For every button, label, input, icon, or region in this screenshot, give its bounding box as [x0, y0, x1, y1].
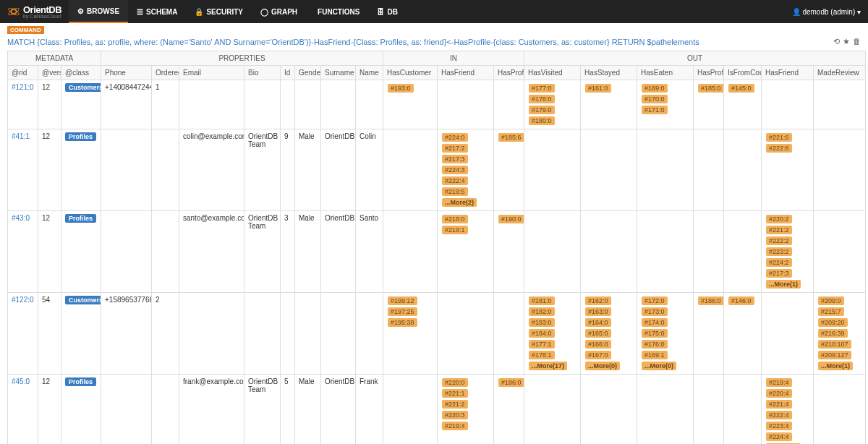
link-badge[interactable]: #219:5	[442, 187, 468, 196]
nav-schema[interactable]: ☰SCHEMA	[128, 0, 186, 23]
link-badge[interactable]: #178:0	[529, 95, 555, 103]
link-badge[interactable]: #180:0	[529, 116, 555, 125]
class-badge[interactable]: Profiles	[65, 214, 96, 223]
col-id[interactable]: Id	[281, 66, 295, 80]
link-badge[interactable]: #222:4	[766, 411, 792, 419]
link-badge[interactable]: #174:0	[642, 318, 668, 327]
user-menu[interactable]: 👤 demodb (admin) ▾	[792, 8, 861, 16]
link-badge[interactable]: #221:4	[766, 400, 792, 409]
link-badge[interactable]: #171:0	[642, 106, 668, 114]
link-badge[interactable]: #197:25	[388, 307, 417, 316]
link-badge[interactable]: #169:1	[642, 351, 668, 359]
link-badge[interactable]: #175:0	[642, 329, 668, 338]
link-badge[interactable]: #164:0	[585, 318, 611, 327]
link-badge[interactable]: #219:4	[766, 378, 792, 387]
link-badge[interactable]: #224:4	[766, 432, 792, 441]
class-badge[interactable]: Customers	[65, 296, 101, 304]
col-class[interactable]: @class	[61, 66, 101, 80]
more-badge[interactable]: ...More(1)	[818, 362, 853, 370]
delete-icon[interactable]: 🗑	[853, 37, 861, 46]
link-badge[interactable]: #221:2	[442, 400, 468, 409]
nav-security[interactable]: 🔒SECURITY	[186, 0, 252, 23]
link-badge[interactable]: #209:127	[818, 351, 851, 359]
link-badge[interactable]: #209:20	[818, 318, 848, 327]
link-badge[interactable]: #186:0	[698, 296, 724, 305]
link-badge[interactable]: #216:39	[818, 329, 848, 338]
link-badge[interactable]: #145:0	[728, 84, 754, 93]
link-badge[interactable]: #176:0	[642, 340, 668, 349]
link-badge[interactable]: #221:1	[442, 389, 468, 398]
link-badge[interactable]: #146:0	[728, 296, 754, 305]
bookmark-icon[interactable]: ★	[843, 37, 850, 46]
nav-functions[interactable]: FUNCTIONS	[306, 0, 368, 23]
more-badge[interactable]: ...More(2)	[442, 198, 477, 207]
link-badge[interactable]: #173:0	[642, 307, 668, 316]
col-hasvisited[interactable]: HasVisited	[524, 66, 581, 80]
col-isfromcountry[interactable]: IsFromCountry	[724, 66, 762, 80]
link-badge[interactable]: #170:0	[642, 95, 668, 103]
link-badge[interactable]: #220:3	[442, 411, 468, 419]
link-badge[interactable]: #182:0	[529, 307, 555, 316]
link-badge[interactable]: #185:6	[498, 133, 524, 142]
link-badge[interactable]: #209:0	[818, 296, 844, 305]
link-badge[interactable]: #165:0	[585, 329, 611, 338]
link-badge[interactable]: #169:0	[642, 84, 668, 93]
link-badge[interactable]: #217:3	[442, 155, 468, 163]
class-badge[interactable]: Profiles	[65, 132, 96, 141]
link-badge[interactable]: #190:0	[498, 215, 524, 223]
link-badge[interactable]: #193:0	[388, 84, 414, 93]
link-badge[interactable]: #184:0	[529, 329, 555, 338]
link-badge[interactable]: #162:0	[585, 296, 611, 305]
class-badge[interactable]: Profiles	[65, 377, 96, 386]
link-badge[interactable]: #186:0	[498, 378, 524, 387]
link-badge[interactable]: #178:1	[529, 351, 555, 359]
link-badge[interactable]: #219:4	[442, 422, 468, 430]
link-badge[interactable]: #163:0	[585, 307, 611, 316]
col-hascustomer[interactable]: HasCustomer	[383, 66, 438, 80]
rid-link[interactable]: #43:0	[12, 214, 30, 222]
col-madereview[interactable]: MadeReview	[814, 66, 866, 80]
query-text[interactable]: MATCH {Class: Profiles, as: profile, whe…	[7, 38, 699, 46]
col-name[interactable]: Name	[356, 66, 383, 80]
link-badge[interactable]: #223:4	[766, 422, 792, 430]
link-badge[interactable]: #221:2	[766, 226, 792, 234]
link-badge[interactable]: #217:2	[442, 144, 468, 153]
link-badge[interactable]: #220:4	[766, 389, 792, 398]
link-badge[interactable]: #219:1	[442, 226, 468, 234]
col-in-hasfriend[interactable]: HasFriend	[438, 66, 494, 80]
col-surname[interactable]: Surname	[321, 66, 356, 80]
class-badge[interactable]: Customers	[65, 83, 101, 92]
rid-link[interactable]: #122:0	[12, 296, 34, 304]
link-badge[interactable]: #185:0	[698, 84, 724, 93]
link-badge[interactable]: #224:0	[442, 133, 468, 142]
link-badge[interactable]: #222:4	[442, 176, 468, 185]
refresh-icon[interactable]: ⟲	[833, 37, 840, 46]
link-badge[interactable]: #224:2	[766, 258, 792, 267]
link-badge[interactable]: #222:6	[766, 144, 792, 153]
link-badge[interactable]: #161:0	[585, 84, 611, 93]
nav-graph[interactable]: ◯GRAPH	[252, 0, 306, 23]
rid-link[interactable]: #45:0	[12, 377, 30, 385]
col-email[interactable]: Email	[179, 66, 244, 80]
col-bio[interactable]: Bio	[244, 66, 281, 80]
link-badge[interactable]: #183:0	[529, 318, 555, 327]
link-badge[interactable]: #167:0	[585, 351, 611, 359]
more-badge[interactable]: ...More(1)	[766, 280, 801, 289]
link-badge[interactable]: #220:0	[442, 378, 468, 387]
col-out-hasfriend[interactable]: HasFriend	[762, 66, 814, 80]
link-badge[interactable]: #217:3	[766, 269, 792, 278]
link-badge[interactable]: #166:0	[585, 340, 611, 349]
nav-db[interactable]: 🗄DB	[368, 0, 406, 23]
link-badge[interactable]: #222:2	[766, 236, 792, 245]
more-badge[interactable]: ...More(17)	[529, 362, 567, 370]
link-badge[interactable]: #199:12	[388, 296, 417, 305]
link-badge[interactable]: #177:1	[529, 340, 555, 349]
link-badge[interactable]: #179:0	[529, 106, 555, 114]
col-haseaten[interactable]: HasEaten	[637, 66, 694, 80]
more-badge[interactable]: ...More(0)	[642, 362, 676, 370]
link-badge[interactable]: #177:0	[529, 84, 555, 93]
rid-link[interactable]: #121:0	[12, 83, 34, 91]
col-in-hasprofile[interactable]: HasProfile	[494, 66, 524, 80]
link-badge[interactable]: #172:0	[642, 296, 668, 305]
link-badge[interactable]: #223:2	[766, 247, 792, 256]
